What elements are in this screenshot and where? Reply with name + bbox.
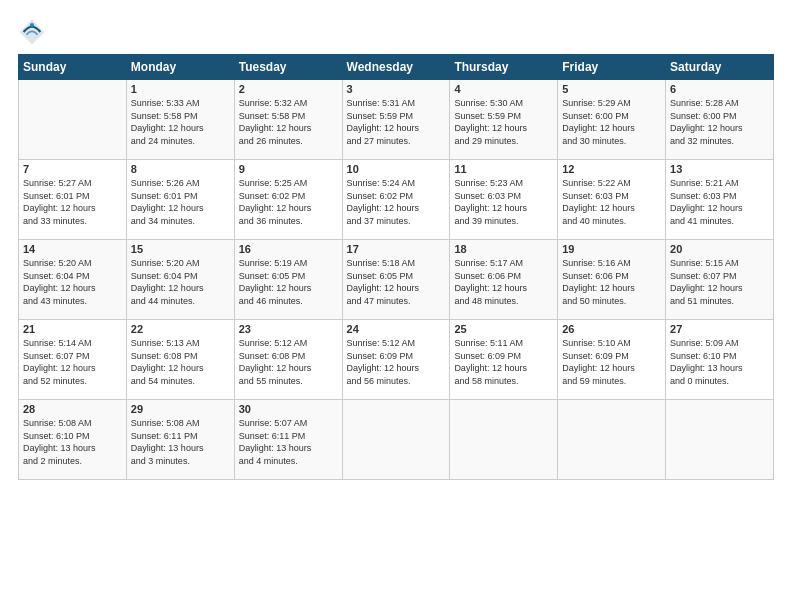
calendar-cell <box>19 80 127 160</box>
day-number: 5 <box>562 83 661 95</box>
day-info: Sunrise: 5:12 AM Sunset: 6:08 PM Dayligh… <box>239 337 338 387</box>
day-number: 25 <box>454 323 553 335</box>
calendar-cell: 18Sunrise: 5:17 AM Sunset: 6:06 PM Dayli… <box>450 240 558 320</box>
day-info: Sunrise: 5:22 AM Sunset: 6:03 PM Dayligh… <box>562 177 661 227</box>
day-info: Sunrise: 5:28 AM Sunset: 6:00 PM Dayligh… <box>670 97 769 147</box>
calendar-cell: 12Sunrise: 5:22 AM Sunset: 6:03 PM Dayli… <box>558 160 666 240</box>
day-info: Sunrise: 5:17 AM Sunset: 6:06 PM Dayligh… <box>454 257 553 307</box>
day-number: 14 <box>23 243 122 255</box>
day-number: 27 <box>670 323 769 335</box>
calendar-cell: 26Sunrise: 5:10 AM Sunset: 6:09 PM Dayli… <box>558 320 666 400</box>
calendar-cell: 19Sunrise: 5:16 AM Sunset: 6:06 PM Dayli… <box>558 240 666 320</box>
calendar-cell: 11Sunrise: 5:23 AM Sunset: 6:03 PM Dayli… <box>450 160 558 240</box>
day-number: 19 <box>562 243 661 255</box>
calendar-cell <box>558 400 666 480</box>
logo-icon <box>18 18 46 46</box>
col-header-monday: Monday <box>126 55 234 80</box>
calendar-cell: 6Sunrise: 5:28 AM Sunset: 6:00 PM Daylig… <box>666 80 774 160</box>
day-info: Sunrise: 5:20 AM Sunset: 6:04 PM Dayligh… <box>131 257 230 307</box>
calendar-cell: 7Sunrise: 5:27 AM Sunset: 6:01 PM Daylig… <box>19 160 127 240</box>
calendar-cell: 13Sunrise: 5:21 AM Sunset: 6:03 PM Dayli… <box>666 160 774 240</box>
day-number: 7 <box>23 163 122 175</box>
day-info: Sunrise: 5:09 AM Sunset: 6:10 PM Dayligh… <box>670 337 769 387</box>
day-number: 13 <box>670 163 769 175</box>
day-number: 21 <box>23 323 122 335</box>
day-info: Sunrise: 5:33 AM Sunset: 5:58 PM Dayligh… <box>131 97 230 147</box>
day-info: Sunrise: 5:08 AM Sunset: 6:10 PM Dayligh… <box>23 417 122 467</box>
calendar-cell <box>342 400 450 480</box>
day-number: 23 <box>239 323 338 335</box>
day-info: Sunrise: 5:29 AM Sunset: 6:00 PM Dayligh… <box>562 97 661 147</box>
calendar-cell: 22Sunrise: 5:13 AM Sunset: 6:08 PM Dayli… <box>126 320 234 400</box>
day-number: 22 <box>131 323 230 335</box>
day-number: 24 <box>347 323 446 335</box>
col-header-friday: Friday <box>558 55 666 80</box>
calendar-cell: 15Sunrise: 5:20 AM Sunset: 6:04 PM Dayli… <box>126 240 234 320</box>
day-number: 28 <box>23 403 122 415</box>
calendar-cell: 30Sunrise: 5:07 AM Sunset: 6:11 PM Dayli… <box>234 400 342 480</box>
day-info: Sunrise: 5:32 AM Sunset: 5:58 PM Dayligh… <box>239 97 338 147</box>
day-info: Sunrise: 5:18 AM Sunset: 6:05 PM Dayligh… <box>347 257 446 307</box>
day-number: 4 <box>454 83 553 95</box>
day-info: Sunrise: 5:27 AM Sunset: 6:01 PM Dayligh… <box>23 177 122 227</box>
calendar-cell: 21Sunrise: 5:14 AM Sunset: 6:07 PM Dayli… <box>19 320 127 400</box>
col-header-sunday: Sunday <box>19 55 127 80</box>
calendar-cell: 4Sunrise: 5:30 AM Sunset: 5:59 PM Daylig… <box>450 80 558 160</box>
calendar-cell: 24Sunrise: 5:12 AM Sunset: 6:09 PM Dayli… <box>342 320 450 400</box>
calendar-cell: 29Sunrise: 5:08 AM Sunset: 6:11 PM Dayli… <box>126 400 234 480</box>
day-info: Sunrise: 5:10 AM Sunset: 6:09 PM Dayligh… <box>562 337 661 387</box>
day-number: 10 <box>347 163 446 175</box>
calendar-cell: 3Sunrise: 5:31 AM Sunset: 5:59 PM Daylig… <box>342 80 450 160</box>
calendar-cell: 28Sunrise: 5:08 AM Sunset: 6:10 PM Dayli… <box>19 400 127 480</box>
calendar-cell <box>450 400 558 480</box>
day-info: Sunrise: 5:21 AM Sunset: 6:03 PM Dayligh… <box>670 177 769 227</box>
day-number: 15 <box>131 243 230 255</box>
calendar-table: SundayMondayTuesdayWednesdayThursdayFrid… <box>18 54 774 480</box>
calendar-cell: 10Sunrise: 5:24 AM Sunset: 6:02 PM Dayli… <box>342 160 450 240</box>
week-row-2: 7Sunrise: 5:27 AM Sunset: 6:01 PM Daylig… <box>19 160 774 240</box>
day-info: Sunrise: 5:26 AM Sunset: 6:01 PM Dayligh… <box>131 177 230 227</box>
week-row-4: 21Sunrise: 5:14 AM Sunset: 6:07 PM Dayli… <box>19 320 774 400</box>
day-info: Sunrise: 5:16 AM Sunset: 6:06 PM Dayligh… <box>562 257 661 307</box>
calendar-cell: 9Sunrise: 5:25 AM Sunset: 6:02 PM Daylig… <box>234 160 342 240</box>
day-number: 17 <box>347 243 446 255</box>
week-row-1: 1Sunrise: 5:33 AM Sunset: 5:58 PM Daylig… <box>19 80 774 160</box>
day-info: Sunrise: 5:15 AM Sunset: 6:07 PM Dayligh… <box>670 257 769 307</box>
day-number: 12 <box>562 163 661 175</box>
day-number: 26 <box>562 323 661 335</box>
col-header-tuesday: Tuesday <box>234 55 342 80</box>
day-info: Sunrise: 5:30 AM Sunset: 5:59 PM Dayligh… <box>454 97 553 147</box>
svg-point-1 <box>30 23 34 27</box>
calendar-cell: 27Sunrise: 5:09 AM Sunset: 6:10 PM Dayli… <box>666 320 774 400</box>
calendar-cell: 5Sunrise: 5:29 AM Sunset: 6:00 PM Daylig… <box>558 80 666 160</box>
day-info: Sunrise: 5:11 AM Sunset: 6:09 PM Dayligh… <box>454 337 553 387</box>
calendar-cell: 16Sunrise: 5:19 AM Sunset: 6:05 PM Dayli… <box>234 240 342 320</box>
calendar-cell: 14Sunrise: 5:20 AM Sunset: 6:04 PM Dayli… <box>19 240 127 320</box>
day-number: 18 <box>454 243 553 255</box>
calendar-cell: 20Sunrise: 5:15 AM Sunset: 6:07 PM Dayli… <box>666 240 774 320</box>
calendar-cell: 8Sunrise: 5:26 AM Sunset: 6:01 PM Daylig… <box>126 160 234 240</box>
day-number: 16 <box>239 243 338 255</box>
col-header-thursday: Thursday <box>450 55 558 80</box>
calendar-cell: 2Sunrise: 5:32 AM Sunset: 5:58 PM Daylig… <box>234 80 342 160</box>
col-header-wednesday: Wednesday <box>342 55 450 80</box>
day-number: 1 <box>131 83 230 95</box>
day-info: Sunrise: 5:25 AM Sunset: 6:02 PM Dayligh… <box>239 177 338 227</box>
day-info: Sunrise: 5:24 AM Sunset: 6:02 PM Dayligh… <box>347 177 446 227</box>
calendar-cell: 17Sunrise: 5:18 AM Sunset: 6:05 PM Dayli… <box>342 240 450 320</box>
day-info: Sunrise: 5:14 AM Sunset: 6:07 PM Dayligh… <box>23 337 122 387</box>
day-number: 9 <box>239 163 338 175</box>
day-info: Sunrise: 5:08 AM Sunset: 6:11 PM Dayligh… <box>131 417 230 467</box>
day-number: 30 <box>239 403 338 415</box>
calendar-cell <box>666 400 774 480</box>
day-number: 3 <box>347 83 446 95</box>
logo <box>18 18 50 46</box>
day-number: 8 <box>131 163 230 175</box>
page-header <box>18 18 774 46</box>
day-info: Sunrise: 5:31 AM Sunset: 5:59 PM Dayligh… <box>347 97 446 147</box>
day-info: Sunrise: 5:13 AM Sunset: 6:08 PM Dayligh… <box>131 337 230 387</box>
week-row-5: 28Sunrise: 5:08 AM Sunset: 6:10 PM Dayli… <box>19 400 774 480</box>
day-info: Sunrise: 5:07 AM Sunset: 6:11 PM Dayligh… <box>239 417 338 467</box>
week-row-3: 14Sunrise: 5:20 AM Sunset: 6:04 PM Dayli… <box>19 240 774 320</box>
day-number: 6 <box>670 83 769 95</box>
